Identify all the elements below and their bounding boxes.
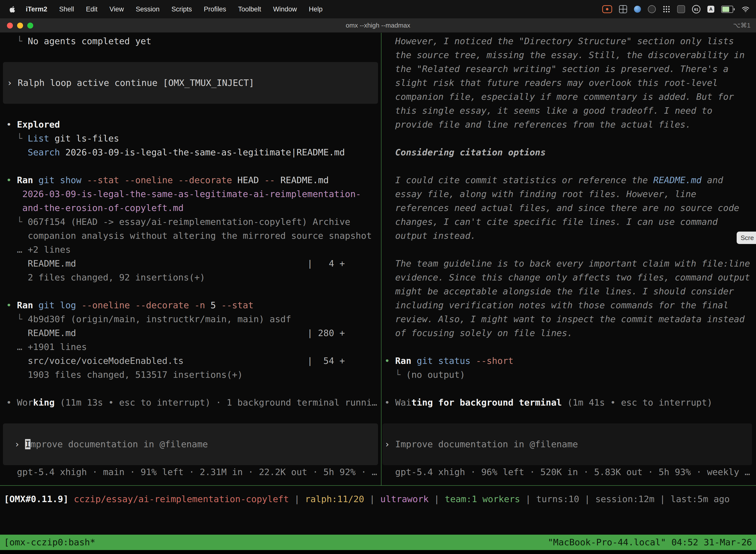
terminal-line: Search 2026-03-09-is-legal-the-same-as-l… (6, 146, 381, 159)
terminal-line: including verification notes with those … (384, 298, 756, 312)
menu-item-view[interactable]: View (104, 5, 130, 13)
apple-icon[interactable] (9, 6, 16, 13)
text-segment: 2 files changed, 92 insertions(+) (6, 272, 205, 282)
text-segment: essay file, along with finding root file… (384, 189, 696, 199)
dots-grid-icon[interactable] (663, 5, 670, 13)
terminal-blank-line (384, 340, 756, 354)
text-segment: Ralph loop active continue [OMX_TMUX_INJ… (18, 78, 254, 88)
menu-item-session[interactable]: Session (130, 5, 166, 13)
left-pane[interactable]: └ No agents completed yet› Ralph loop ac… (0, 33, 381, 485)
text-segment: • (6, 300, 17, 310)
menu-item-shell[interactable]: Shell (53, 5, 80, 13)
text-segment: this single essay, it seems like a good … (384, 106, 712, 116)
terminal-line: the "Related research writing" section i… (384, 62, 756, 76)
text-segment (470, 356, 476, 366)
text-segment: › (14, 439, 25, 449)
text-segment (189, 300, 194, 310)
text-segment: Wor (17, 397, 33, 407)
terminal-line: references need actual files, and since … (384, 201, 756, 215)
text-segment: | turns:10 | session:12m | last:5m ago (520, 494, 730, 504)
text-segment (76, 300, 82, 310)
menu-bar-status-icons: 61 A (602, 5, 750, 13)
menu-item-toolbelt[interactable]: Toolbelt (232, 5, 267, 13)
wifi-icon[interactable] (742, 6, 750, 12)
terminal-line: The team guideline is to back every impo… (384, 257, 756, 271)
window-grid-icon[interactable] (619, 5, 627, 13)
text-segment: the source tree, missing the essay. Stil… (384, 50, 745, 60)
battery-percentage-icon[interactable]: 61 (692, 5, 700, 13)
terminal-blank-line (6, 104, 381, 118)
prompt-input[interactable]: › Improve documentation in @filename (382, 424, 752, 465)
menu-item-window[interactable]: Window (267, 5, 303, 13)
text-segment: slight risk that future readers may over… (384, 78, 718, 88)
prompt-input[interactable]: › Improve documentation in @filename (3, 424, 378, 465)
terminal-line: gpt-5.4 xhigh · 96% left · 520K in · 5.8… (384, 465, 756, 479)
terminal-line: • Ran git log --oneline --decorate -n 5 … (6, 298, 381, 312)
tmux-host-clock-label: "MacBook-Pro-44.local" 04:52 31-Mar-26 (548, 535, 752, 550)
terminal-line: • Ran git status --short (384, 354, 756, 368)
terminal-blank-line (6, 409, 381, 424)
omx-status-area: [OMX#0.11.9] cczip/essay/ai-reimplementa… (0, 485, 756, 535)
text-segment: └ (6, 36, 28, 46)
battery-icon[interactable] (721, 6, 735, 13)
terminal-line: changes, I can't cite specific file line… (384, 215, 756, 229)
blue-app-icon[interactable] (634, 6, 641, 13)
menu-item-help[interactable]: Help (303, 5, 329, 13)
terminal-line: Considering citation options (384, 146, 756, 159)
text-segment: of focusing solely on file lines. (384, 328, 573, 338)
text-segment: Search (28, 147, 60, 157)
text-segment: the "Related research writing" section i… (384, 64, 729, 74)
menu-item-iterm2[interactable]: iTerm2 (20, 5, 53, 13)
menu-item-profiles[interactable]: Profiles (198, 5, 232, 13)
text-segment: output instead. (384, 231, 476, 241)
text-segment: (11m 13s • esc to interrupt) · 1 backgro… (55, 397, 377, 407)
text-segment: king (33, 397, 55, 407)
text-segment: HEAD (232, 175, 264, 185)
text-segment: README.md | 280 + (6, 328, 345, 338)
text-segment: 1903 files changed, 513517 insertions(+) (6, 370, 243, 380)
terminal-line: └ 067f154 (HEAD -> essay/ai-reimplementa… (6, 215, 381, 229)
screen-recording-icon[interactable] (602, 5, 612, 13)
text-segment: [OMX#0.11.9] (4, 494, 74, 504)
terminal-line: However, I noticed the "Directory Struct… (384, 34, 756, 48)
menu-item-edit[interactable]: Edit (80, 5, 104, 13)
app-icon[interactable] (677, 5, 685, 13)
text-segment: • (6, 175, 17, 185)
terminal-line: • Explored (6, 118, 381, 131)
tmux-status-bar: [omx-cczip0:bash* "MacBook-Pro-44.local"… (0, 535, 756, 550)
screen-tooltip[interactable]: Scre (737, 232, 756, 244)
text-segment: The team guideline is to back every impo… (384, 258, 750, 269)
terminal-line: └ 4b9d30f (origin/main, instructkr/main,… (6, 312, 381, 326)
dark-app-icon[interactable] (648, 5, 656, 13)
text-segment: └ (384, 370, 406, 380)
text-segment: gpt-5.4 xhigh · main · 91% left · 2.31M … (6, 467, 377, 477)
terminal-line: evidence. Since this change only affects… (384, 271, 756, 284)
text-segment: … +1901 lines (6, 342, 87, 352)
terminal-line: review. Also, I might want to inspect th… (384, 312, 756, 326)
text-segment: review. Also, I might want to inspect th… (384, 314, 745, 324)
terminal-line: I could cite commit statistics or refere… (384, 173, 756, 187)
text-segment: No agents completed yet (28, 36, 151, 46)
terminal-blank-line (6, 284, 381, 298)
text-segment: 2026-03-09-is-legal-the-same-as-legitima… (60, 147, 345, 157)
terminal-line: the source tree, missing the essay. Stil… (384, 48, 756, 62)
text-segment: ralph:11/20 (305, 494, 364, 504)
terminal-line: 2026-03-09-is-legal-the-same-as-legitima… (6, 187, 381, 201)
text-segment: README.md (275, 175, 329, 185)
text-segment: src/voice/voiceModeEnabled.ts | 54 + (6, 356, 345, 366)
text-segment: --oneline --decorate (81, 300, 189, 310)
zoom-button[interactable] (27, 22, 33, 29)
text-segment: cczip/essay/ai-reimplementation-copyleft (74, 494, 289, 504)
right-pane[interactable]: However, I noticed the "Directory Struct… (381, 33, 756, 485)
text-segment: 067f154 (HEAD -> essay/ai-reimplementati… (28, 217, 350, 227)
text-segment: git status (417, 356, 470, 366)
terminal-blank-line (6, 48, 381, 62)
minimize-button[interactable] (17, 22, 23, 29)
terminal-line: • Waiting for background terminal (1m 41… (384, 396, 756, 409)
input-source-icon[interactable]: A (707, 6, 714, 13)
close-button[interactable] (7, 22, 13, 29)
text-segment: • (6, 397, 17, 407)
menu-item-scripts[interactable]: Scripts (166, 5, 198, 13)
ralph-loop-banner[interactable]: › Ralph loop active continue [OMX_TMUX_I… (3, 62, 378, 104)
tmux-session-label: [omx-cczip0:bash* (4, 535, 95, 550)
